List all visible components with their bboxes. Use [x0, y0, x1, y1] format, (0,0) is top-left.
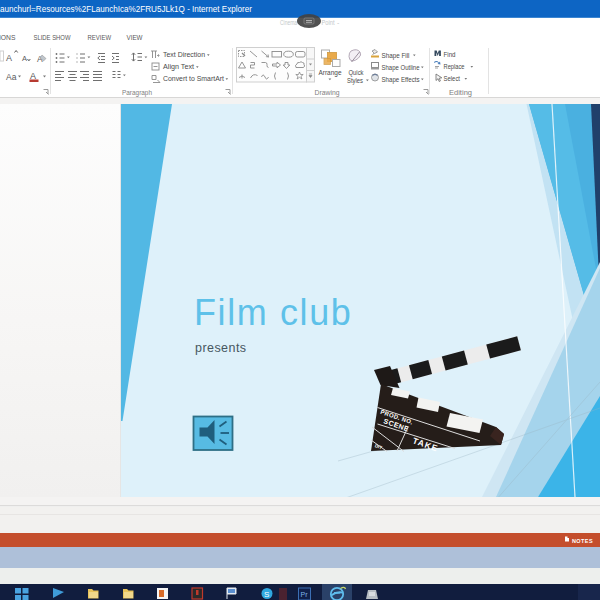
- svg-text:Styles: Styles: [347, 77, 364, 85]
- svg-text:Aa: Aa: [6, 72, 17, 82]
- svg-text:VIEW: VIEW: [127, 33, 143, 42]
- svg-text:Drawing: Drawing: [315, 89, 340, 97]
- svg-text:Shape Outline: Shape Outline: [382, 64, 420, 72]
- svg-text:Editing: Editing: [449, 89, 472, 97]
- svg-text:Align Text: Align Text: [163, 63, 194, 71]
- svg-text:IONS: IONS: [0, 33, 16, 42]
- svg-text:NOTES: NOTES: [572, 538, 593, 544]
- svg-text:A: A: [22, 54, 27, 63]
- svg-text:SLIDE SHOW: SLIDE SHOW: [34, 33, 71, 42]
- svg-text:Shape Effects: Shape Effects: [382, 76, 421, 84]
- svg-text:Replace: Replace: [444, 63, 465, 71]
- svg-text:Film club: Film club: [194, 292, 352, 333]
- svg-text:Pr: Pr: [301, 591, 309, 598]
- svg-text:Select: Select: [444, 75, 461, 82]
- svg-text:Text Direction: Text Direction: [163, 51, 205, 58]
- svg-text:A: A: [30, 71, 36, 81]
- svg-text:Convert to SmartArt: Convert to SmartArt: [163, 75, 224, 82]
- svg-text:aunchurl=Resources%2FLaunchIca: aunchurl=Resources%2FLaunchIca%2FRU5JLk1…: [0, 4, 252, 14]
- svg-text:Shape Fill: Shape Fill: [382, 52, 410, 60]
- svg-text:S: S: [264, 590, 269, 599]
- svg-text:Quick: Quick: [349, 69, 365, 77]
- svg-text:presents: presents: [195, 341, 247, 355]
- svg-text:Cinema: Cinema: [280, 19, 297, 26]
- svg-text:Find: Find: [444, 51, 456, 58]
- svg-text:Point: Point: [322, 19, 335, 26]
- svg-text:Paragraph: Paragraph: [122, 89, 152, 97]
- svg-text:Arrange: Arrange: [319, 69, 342, 77]
- svg-text:REVIEW: REVIEW: [88, 33, 112, 42]
- svg-text:A: A: [6, 53, 12, 63]
